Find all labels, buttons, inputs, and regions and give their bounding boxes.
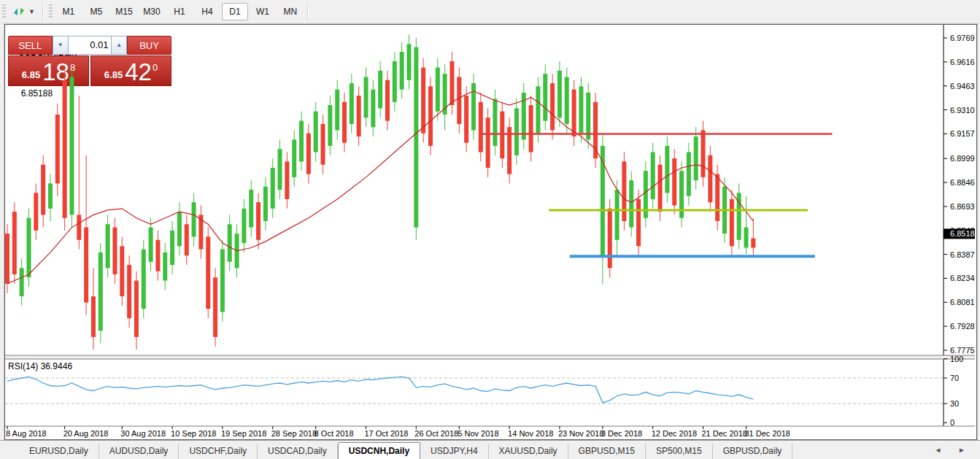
- svg-text:6.88465: 6.88465: [950, 178, 975, 187]
- timeframe-button-h4[interactable]: H4: [194, 3, 220, 20]
- chart-tab-usdcnh-daily[interactable]: USDCNH,Daily: [338, 442, 420, 459]
- chart-tab-usdjpy-h4[interactable]: USDJPY,H4: [420, 444, 488, 459]
- chart-tab-usdcad-daily[interactable]: USDCAD,Daily: [258, 444, 338, 459]
- svg-text:6.91570: 6.91570: [950, 129, 975, 138]
- timeframe-button-m15[interactable]: M15: [111, 3, 137, 20]
- svg-text:8 Aug 2018: 8 Aug 2018: [6, 429, 47, 438]
- toolbar-grip-2[interactable]: [49, 4, 53, 19]
- svg-text:6.96160: 6.96160: [950, 58, 975, 66]
- timeframe-button-w1[interactable]: W1: [250, 3, 276, 20]
- svg-text:6.86935: 6.86935: [950, 202, 975, 211]
- timeframe-button-mn[interactable]: MN: [277, 3, 304, 20]
- tabs-scroll-left-icon[interactable]: ◄: [934, 446, 949, 454]
- tabs-scroll-right-icon[interactable]: ►: [958, 446, 973, 454]
- svg-text:6.79285: 6.79285: [950, 322, 975, 331]
- timeframe-button-m1[interactable]: M1: [55, 3, 82, 20]
- svg-text:31 Dec 2018: 31 Dec 2018: [744, 429, 790, 438]
- timeframe-button-h1[interactable]: H1: [166, 3, 193, 20]
- svg-text:6.94630: 6.94630: [950, 82, 975, 90]
- svg-text:100: 100: [950, 355, 963, 363]
- symbol-tool-button[interactable]: ▼: [8, 3, 39, 20]
- svg-text:3 Dec 2018: 3 Dec 2018: [601, 429, 642, 438]
- svg-text:6.85188: 6.85188: [950, 229, 975, 238]
- svg-text:8 Oct 2018: 8 Oct 2018: [315, 429, 354, 438]
- svg-text:30 Aug 2018: 30 Aug 2018: [120, 429, 166, 438]
- chart-window: ▲ USDCNH,Daily 6.84711 6.85426 6.84199 6…: [4, 24, 977, 440]
- svg-text:17 Oct 2018: 17 Oct 2018: [365, 429, 409, 438]
- svg-text:6.80815: 6.80815: [950, 298, 975, 306]
- svg-text:6.97690: 6.97690: [950, 34, 975, 42]
- svg-text:30: 30: [950, 399, 959, 408]
- chart-canvas[interactable]: 6.976906.961606.946306.931006.915706.899…: [5, 25, 975, 438]
- svg-text:19 Sep 2018: 19 Sep 2018: [221, 429, 266, 438]
- svg-text:6.93100: 6.93100: [950, 106, 975, 115]
- chart-tab-sp500-m15[interactable]: SP500,M15: [646, 444, 713, 459]
- toolbar-separator: [42, 4, 44, 20]
- timeframe-button-m30[interactable]: M30: [139, 3, 165, 20]
- svg-text:70: 70: [950, 374, 959, 382]
- svg-text:6.82345: 6.82345: [950, 274, 975, 282]
- svg-text:21 Dec 2018: 21 Dec 2018: [702, 429, 747, 438]
- svg-text:6.89995: 6.89995: [950, 154, 975, 163]
- svg-text:6.83875: 6.83875: [950, 250, 975, 259]
- timeframe-button-group: M1M5M15M30H1H4D1W1MN: [55, 3, 304, 20]
- svg-text:26 Oct 2018: 26 Oct 2018: [414, 429, 458, 438]
- svg-text:23 Nov 2018: 23 Nov 2018: [558, 429, 603, 438]
- svg-text:5 Nov 2018: 5 Nov 2018: [458, 429, 498, 438]
- svg-text:12 Dec 2018: 12 Dec 2018: [652, 429, 697, 438]
- svg-text:14 Nov 2018: 14 Nov 2018: [508, 429, 553, 438]
- chart-tab-gbpusd-daily[interactable]: GBPUSD,Daily: [713, 444, 793, 459]
- chart-tabs: EURUSD,DailyAUDUSD,DailyUSDCHF,DailyUSDC…: [19, 442, 792, 459]
- chart-tab-eurusd-daily[interactable]: EURUSD,Daily: [19, 444, 99, 459]
- top-toolbar: ▼ M1M5M15M30H1H4D1W1MN: [0, 0, 980, 23]
- timeframe-button-m5[interactable]: M5: [83, 3, 109, 20]
- chart-tab-audusd-daily[interactable]: AUDUSD,Daily: [99, 444, 180, 459]
- svg-text:6.77755: 6.77755: [950, 346, 975, 355]
- chart-tab-gbpusd-m15[interactable]: GBPUSD,M15: [568, 444, 646, 459]
- toolbar-grip[interactable]: [2, 4, 6, 19]
- svg-text:28 Sep 2018: 28 Sep 2018: [271, 429, 317, 438]
- svg-text:0: 0: [950, 418, 954, 427]
- chart-tab-bar: EURUSD,DailyAUDUSD,DailyUSDCHF,DailyUSDC…: [0, 440, 980, 459]
- timeframe-button-d1[interactable]: D1: [222, 3, 248, 20]
- dropdown-caret-icon[interactable]: ▼: [28, 8, 35, 15]
- svg-text:20 Aug 2018: 20 Aug 2018: [63, 429, 109, 438]
- tick-arrows-icon: [12, 6, 26, 18]
- svg-text:10 Sep 2018: 10 Sep 2018: [171, 429, 216, 438]
- toolbar-separator-2: [307, 4, 309, 20]
- chart-tab-usdchf-daily[interactable]: USDCHF,Daily: [179, 444, 258, 459]
- rsi-indicator-label: RSI(14) 36.9446: [8, 361, 72, 371]
- chart-tab-xauusd-daily[interactable]: XAUUSD,Daily: [489, 444, 568, 459]
